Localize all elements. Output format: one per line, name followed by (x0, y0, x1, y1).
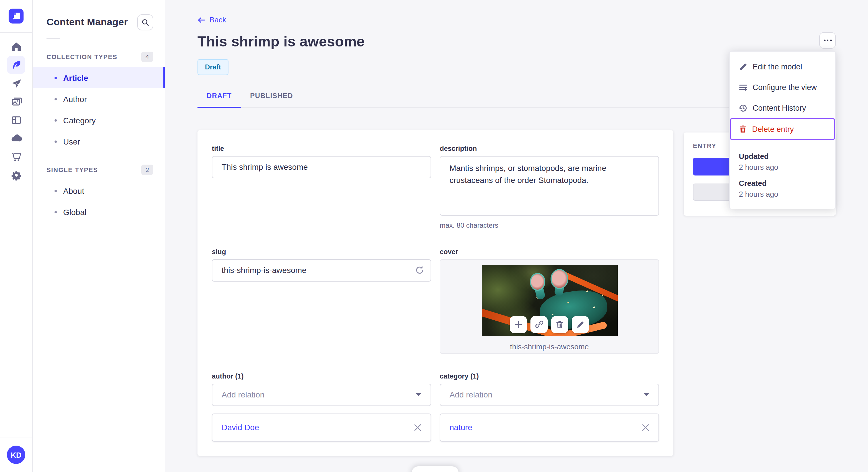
sidebar-header: Content Manager (33, 0, 165, 30)
cart-icon[interactable] (7, 147, 25, 166)
content-manager-sidebar: Content Manager COLLECTION TYPES 4 Artic… (33, 0, 165, 472)
delete-media-button[interactable] (551, 316, 568, 333)
layout-icon[interactable] (7, 111, 25, 129)
bullet-dot (55, 76, 57, 79)
sidebar-item-global[interactable]: Global (33, 201, 165, 223)
media-library-icon[interactable] (7, 92, 25, 111)
menu-item-label: Configure the view (753, 83, 817, 92)
section-single-types: SINGLE TYPES 2 (33, 165, 165, 175)
copy-link-button[interactable] (530, 316, 548, 333)
edit-media-button[interactable] (572, 316, 589, 333)
menu-meta: Updated 2 hours ago Created 2 hours ago (730, 142, 835, 209)
configure-list-icon (739, 83, 747, 92)
sidebar-item-user[interactable]: User (33, 131, 165, 152)
rail-icons (7, 37, 25, 184)
paper-plane-icon[interactable] (7, 74, 25, 92)
user-avatar[interactable]: KD (7, 446, 25, 464)
bullet-dot (55, 119, 57, 121)
field-slug: slug (212, 247, 431, 353)
field-label-cover: cover (440, 247, 659, 256)
sidebar-title: Content Manager (46, 16, 128, 28)
strapi-logo[interactable] (9, 9, 24, 24)
entry-form-card: title description Mantis shrimps, or sto… (197, 130, 673, 456)
close-icon (642, 424, 649, 431)
sidebar-item-label: Global (63, 207, 86, 216)
close-icon (414, 424, 422, 431)
tab-published[interactable]: PUBLISHED (241, 88, 302, 107)
remove-relation-button[interactable] (414, 424, 422, 431)
feather-icon[interactable] (7, 56, 25, 74)
field-author: author (1) Add relation David Doe (212, 372, 431, 441)
main-content: Back This shrimp is awesome Draft DRAFT … (165, 0, 868, 472)
chevron-down-icon (415, 393, 422, 396)
sidebar-item-author[interactable]: Author (33, 88, 165, 109)
app-window: KD Content Manager COLLECTION TYPES 4 Ar… (0, 0, 868, 472)
menu-item-delete-entry[interactable]: Delete entry (730, 118, 835, 140)
rail-bottom-divider (0, 438, 32, 438)
relation-link[interactable]: nature (450, 423, 472, 432)
category-add-relation-select[interactable]: Add relation (440, 383, 659, 406)
cover-widget: this-shrimp-is-awesome (440, 259, 659, 353)
ellipsis-dot (827, 40, 828, 41)
search-button[interactable] (137, 14, 153, 30)
remove-relation-button[interactable] (642, 424, 649, 431)
regenerate-slug-button[interactable] (415, 265, 424, 277)
field-cover: cover (440, 247, 659, 353)
sidebar-item-label: Article (63, 73, 88, 82)
description-hint: max. 80 characters (440, 221, 659, 229)
bullet-dot (55, 98, 57, 100)
meta-value: 2 hours ago (739, 163, 826, 171)
link-icon (535, 320, 544, 329)
rail-divider (0, 32, 32, 33)
add-media-button[interactable] (510, 316, 527, 333)
trash-icon (556, 320, 564, 328)
field-category: category (1) Add relation nature (440, 372, 659, 441)
rail-bottom: KD (0, 438, 32, 472)
field-description: description Mantis shrimps, or stomatopo… (440, 144, 659, 229)
tab-draft[interactable]: DRAFT (197, 88, 241, 107)
single-types-list: About Global (33, 180, 165, 223)
slug-input-wrap (212, 259, 431, 281)
sidebar-item-category[interactable]: Category (33, 109, 165, 131)
sidebar-rule (46, 38, 60, 39)
home-icon[interactable] (7, 37, 25, 56)
bottom-floating-pill[interactable] (412, 466, 459, 472)
menu-item-configure-view[interactable]: Configure the view (730, 77, 835, 98)
bullet-dot (55, 190, 57, 192)
cover-actions (510, 316, 589, 333)
bullet-dot (55, 211, 57, 213)
search-icon (141, 19, 149, 26)
field-label-description: description (440, 144, 659, 152)
back-arrow-icon (197, 16, 206, 23)
menu-item-label: Edit the model (753, 62, 802, 71)
author-add-relation-select[interactable]: Add relation (212, 383, 431, 406)
select-placeholder: Add relation (450, 390, 492, 399)
ellipsis-dot (824, 40, 825, 41)
refresh-icon (415, 265, 424, 274)
more-options-button[interactable] (819, 32, 836, 49)
back-link[interactable]: Back (197, 15, 226, 24)
chevron-down-icon (644, 393, 649, 396)
strapi-logo-mark (9, 9, 24, 24)
slug-input[interactable] (212, 259, 431, 281)
title-input[interactable] (212, 156, 431, 178)
sidebar-item-about[interactable]: About (33, 180, 165, 201)
relation-link[interactable]: David Doe (222, 423, 259, 432)
field-label-category: category (1) (440, 372, 659, 380)
select-placeholder: Add relation (222, 390, 265, 399)
pencil-icon (577, 320, 584, 328)
page-title: This shrimp is awesome (197, 33, 868, 49)
gear-icon[interactable] (7, 166, 25, 184)
sidebar-item-article[interactable]: Article (33, 67, 165, 88)
history-icon (739, 103, 747, 112)
status-badge: Draft (197, 59, 228, 75)
menu-item-edit-model[interactable]: Edit the model (730, 56, 835, 77)
field-title: title (212, 144, 431, 229)
collection-types-list: Article Author Category User (33, 67, 165, 152)
description-textarea[interactable]: Mantis shrimps, or stomatopods, are mari… (440, 156, 659, 215)
cloud-icon[interactable] (7, 129, 25, 147)
menu-item-content-history[interactable]: Content History (730, 98, 835, 118)
field-label-author: author (1) (212, 372, 431, 380)
plus-icon (515, 320, 522, 328)
bullet-dot (55, 140, 57, 142)
